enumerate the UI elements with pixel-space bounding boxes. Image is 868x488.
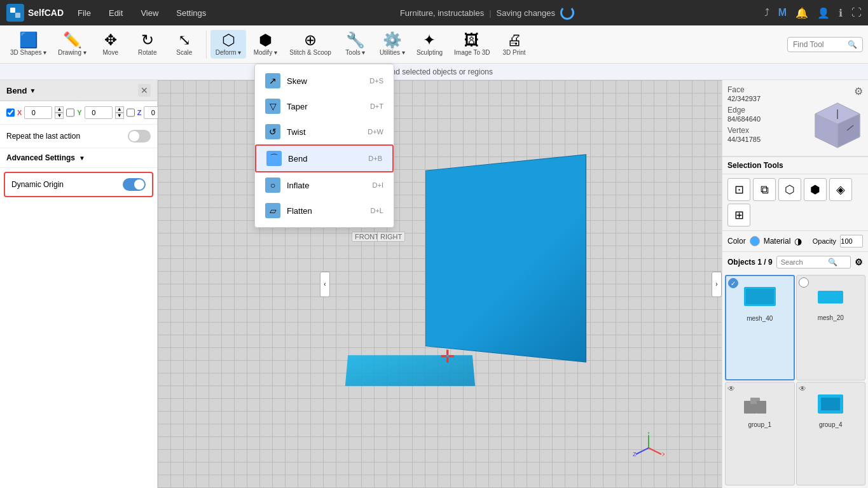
- axis-x-down[interactable]: ▼: [55, 113, 64, 119]
- cube-and-gear: ⚙: [812, 85, 863, 151]
- tool-tools[interactable]: 🔧 Tools ▾: [338, 30, 373, 59]
- tool-drawing[interactable]: ✏️ Drawing ▾: [53, 30, 91, 59]
- viewport-left-arrow[interactable]: ‹: [320, 272, 330, 297]
- axis-y-stepper[interactable]: ▲▼: [115, 106, 124, 119]
- info-bar-message: Bend selected objects or regions: [382, 67, 493, 76]
- save-status: Saving changes: [497, 8, 556, 18]
- fullscreen-icon[interactable]: ⛶: [851, 7, 862, 18]
- repeat-toggle[interactable]: [128, 130, 151, 143]
- sel-icon-2[interactable]: ⧉: [753, 178, 776, 201]
- selection-tools-header: Selection Tools: [722, 157, 868, 174]
- sculpting-icon: ✦: [423, 32, 436, 48]
- axis-x-stepper[interactable]: ▲▼: [55, 106, 64, 119]
- find-tool-input[interactable]: [793, 40, 844, 49]
- objects-gear-icon[interactable]: ⚙: [855, 257, 863, 267]
- sel-icon-4[interactable]: ⬢: [804, 178, 827, 201]
- file-menu[interactable]: File: [74, 8, 95, 18]
- taper-label: Taper: [287, 102, 308, 111]
- toolbar-divider-1: [206, 31, 207, 59]
- stitch-scoop-icon: ⊕: [304, 32, 317, 48]
- tool-3d-shapes[interactable]: 🟦 3D Shapes ▾: [5, 30, 52, 59]
- sel-icon-1[interactable]: ⊡: [727, 178, 750, 201]
- axis-x-input[interactable]: [24, 106, 52, 119]
- view-menu[interactable]: View: [137, 8, 162, 18]
- obj-card-mesh-40[interactable]: ✓ mesh_40: [725, 275, 795, 380]
- inflate-icon: ○: [265, 178, 280, 193]
- obj-thumb-mesh-40: [738, 279, 782, 314]
- rotate-icon: ↻: [141, 32, 154, 48]
- sel-icon-6[interactable]: ⊞: [727, 204, 750, 227]
- bell-icon[interactable]: 🔔: [796, 7, 808, 19]
- color-picker[interactable]: [750, 236, 760, 246]
- share-icon[interactable]: ⤴: [764, 7, 769, 18]
- dropdown-item-bend[interactable]: ⌒ Bend D+B: [255, 144, 394, 172]
- sel-icon-5[interactable]: ◈: [829, 178, 852, 201]
- 3d-print-label: 3D Print: [503, 49, 526, 56]
- axis-z-checkbox[interactable]: [127, 108, 135, 117]
- svg-text:Z: Z: [633, 451, 637, 457]
- tools-label: Tools ▾: [345, 49, 365, 56]
- tool-utilities[interactable]: ⚙️ Utilities ▾: [375, 30, 410, 59]
- axis-x-checkbox[interactable]: [6, 108, 15, 117]
- rotate-label: Rotate: [138, 49, 156, 56]
- tool-sculpting[interactable]: ✦ Sculpting: [411, 30, 448, 59]
- axis-y-down[interactable]: ▼: [115, 113, 124, 119]
- obj-card-group-4[interactable]: 👁 group_4: [796, 382, 866, 486]
- scale-icon: ⤡: [178, 32, 191, 48]
- user-icon[interactable]: 👤: [817, 7, 830, 19]
- flatten-label: Flatten: [287, 206, 312, 216]
- 3d-viewport[interactable]: 🏠 ⟳ FRONT RIGHT ✛ X Y Z ‹ ›: [158, 80, 722, 488]
- axis-y-checkbox[interactable]: [66, 108, 74, 117]
- advanced-settings-header[interactable]: Advanced Settings ▼: [0, 148, 157, 168]
- sel-icon-3[interactable]: ⬡: [778, 178, 801, 201]
- main-toolbar: 🟦 3D Shapes ▾ ✏️ Drawing ▾ ✥ Move ↻ Rota…: [0, 25, 868, 64]
- opacity-input[interactable]: [840, 235, 863, 247]
- tool-scale[interactable]: ⤡ Scale: [167, 30, 202, 59]
- dropdown-item-flatten[interactable]: ⏥ Flatten D+L: [255, 198, 394, 223]
- panel-close-button[interactable]: ✕: [138, 84, 151, 97]
- saving-spinner: [560, 6, 574, 20]
- tool-image-to-3d[interactable]: 🖼 Image To 3D: [449, 30, 495, 59]
- transform-gizmo[interactable]: ✛: [440, 346, 455, 367]
- right-settings-icon[interactable]: ⚙: [854, 85, 863, 97]
- image-to-3d-icon: 🖼: [464, 32, 479, 48]
- 3d-shapes-icon: 🟦: [19, 32, 38, 48]
- tool-3d-print[interactable]: 🖨 3D Print: [497, 30, 532, 59]
- dropdown-item-skew[interactable]: ↗ Skew D+S: [255, 68, 394, 94]
- svg-rect-21: [821, 398, 840, 410]
- dropdown-item-twist[interactable]: ↺ Twist D+W: [255, 119, 394, 144]
- dynamic-origin-toggle[interactable]: [123, 178, 146, 191]
- obj-name-mesh-40: mesh_40: [747, 315, 773, 322]
- tool-deform[interactable]: ⬡ Deform ▾: [210, 30, 247, 59]
- tool-modify[interactable]: ⬢ Modify ▾: [247, 30, 283, 59]
- edit-menu[interactable]: Edit: [105, 8, 127, 18]
- m-icon[interactable]: M: [778, 7, 787, 18]
- axis-x-label: X: [17, 109, 22, 116]
- obj-eye-group-1[interactable]: 👁: [727, 384, 735, 393]
- objects-search-icon: 🔍: [828, 258, 837, 267]
- topbar: SelfCAD File Edit View Settings Furnitur…: [0, 0, 868, 25]
- info-bar: ℹ Bend selected objects or regions: [0, 64, 868, 80]
- material-icon[interactable]: ◑: [794, 236, 802, 246]
- obj-card-mesh-20[interactable]: mesh_20: [796, 275, 866, 380]
- tool-rotate[interactable]: ↻ Rotate: [130, 30, 165, 59]
- viewport-right-arrow[interactable]: ›: [712, 272, 722, 297]
- objects-search-input[interactable]: [781, 258, 825, 266]
- axis-y-input[interactable]: [85, 106, 113, 119]
- dropdown-item-inflate[interactable]: ○ Inflate D+I: [255, 172, 394, 198]
- app-logo[interactable]: SelfCAD: [6, 4, 64, 22]
- main-area: Bend ▼ ✕ X ▲▼ Y ▲▼ Z ▲▼ Repeat the last …: [0, 80, 868, 488]
- objects-search-box[interactable]: 🔍: [776, 256, 851, 268]
- cube-preview: [812, 100, 863, 151]
- find-tool-container[interactable]: 🔍: [787, 37, 863, 52]
- info-icon[interactable]: ℹ: [839, 7, 843, 19]
- obj-eye-group-4[interactable]: 👁: [799, 384, 806, 393]
- tool-move[interactable]: ✥ Move: [93, 30, 128, 59]
- dropdown-item-taper[interactable]: ▽ Taper D+T: [255, 94, 394, 119]
- tool-stitch-scoop[interactable]: ⊕ Stitch & Scoop: [284, 30, 336, 59]
- image-to-3d-label: Image To 3D: [454, 49, 490, 56]
- settings-menu[interactable]: Settings: [172, 8, 210, 18]
- obj-card-group-1[interactable]: 👁 group_1: [725, 382, 795, 486]
- axis-x-up[interactable]: ▲: [55, 106, 64, 113]
- axis-y-up[interactable]: ▲: [115, 106, 124, 113]
